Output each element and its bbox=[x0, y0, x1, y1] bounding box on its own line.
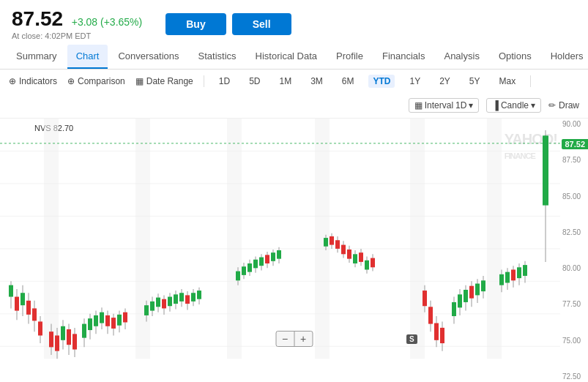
period-2y[interactable]: 2Y bbox=[435, 75, 455, 88]
svg-rect-9 bbox=[227, 119, 242, 359]
toolbar-separator-1 bbox=[204, 75, 204, 87]
svg-rect-49 bbox=[117, 315, 122, 326]
svg-rect-12 bbox=[487, 119, 502, 359]
yaxis-labels: 90.00 87.50 85.00 82.50 80.00 77.50 75.0… bbox=[560, 119, 588, 382]
tab-analysis[interactable]: Analysis bbox=[435, 45, 488, 69]
svg-rect-39 bbox=[88, 318, 92, 330]
zoom-out-button[interactable]: − bbox=[276, 332, 294, 346]
chart-toolbar: ⊕ Indicators ⊕ Comparison ▦ Date Range 1… bbox=[0, 70, 588, 119]
svg-rect-8 bbox=[135, 119, 150, 359]
date-range-button[interactable]: ▦ Date Range bbox=[135, 76, 193, 86]
svg-rect-75 bbox=[242, 266, 246, 275]
indicators-button[interactable]: ⊕ Indicators bbox=[9, 76, 57, 86]
svg-rect-127 bbox=[499, 274, 504, 285]
header: 87.52 +3.08 (+3.65%) At close: 4:02PM ED… bbox=[0, 0, 588, 45]
draw-button[interactable]: ✏ Draw bbox=[548, 100, 579, 111]
svg-rect-137 bbox=[543, 135, 548, 205]
svg-rect-87 bbox=[277, 250, 281, 259]
current-price-badge: 87.52 bbox=[562, 139, 588, 149]
svg-rect-43 bbox=[100, 312, 104, 323]
tab-chart[interactable]: Chart bbox=[67, 45, 108, 69]
zoom-in-button[interactable]: + bbox=[294, 332, 312, 346]
price-block: 87.52 +3.08 (+3.65%) At close: 4:02PM ED… bbox=[12, 7, 142, 40]
svg-rect-93 bbox=[335, 240, 340, 249]
svg-rect-57 bbox=[156, 298, 160, 307]
period-1y[interactable]: 1Y bbox=[405, 75, 425, 88]
zoom-controls: − + bbox=[275, 331, 313, 347]
svg-rect-79 bbox=[253, 260, 258, 269]
period-1m[interactable]: 1M bbox=[275, 75, 296, 88]
toolbar-right: ▦ Interval 1D ▾ ▐ Candle ▾ ✏ Draw bbox=[409, 98, 579, 113]
svg-rect-105 bbox=[371, 258, 375, 268]
svg-rect-89 bbox=[324, 238, 328, 247]
svg-rect-51 bbox=[123, 312, 127, 323]
tab-summary[interactable]: Summary bbox=[7, 45, 66, 69]
draw-icon: ✏ bbox=[548, 100, 556, 111]
close-info: At close: 4:02PM EDT bbox=[12, 31, 142, 40]
svg-rect-63 bbox=[174, 294, 178, 304]
sell-button[interactable]: Sell bbox=[232, 13, 291, 35]
period-6m[interactable]: 6M bbox=[338, 75, 359, 88]
svg-rect-77 bbox=[248, 263, 252, 272]
svg-rect-61 bbox=[168, 297, 172, 307]
tab-profile[interactable]: Profile bbox=[327, 45, 372, 69]
svg-rect-85 bbox=[271, 252, 275, 261]
svg-rect-65 bbox=[179, 293, 184, 302]
event-s-marker[interactable]: S bbox=[406, 334, 417, 344]
indicators-icon: ⊕ bbox=[9, 76, 16, 86]
svg-rect-81 bbox=[259, 258, 264, 266]
svg-rect-37 bbox=[82, 324, 86, 338]
svg-rect-133 bbox=[517, 267, 521, 278]
chevron-down-icon-2: ▾ bbox=[531, 100, 535, 111]
svg-rect-95 bbox=[341, 245, 346, 255]
svg-rect-71 bbox=[197, 291, 201, 299]
svg-rect-91 bbox=[330, 236, 334, 245]
period-5d[interactable]: 5D bbox=[245, 75, 264, 88]
svg-rect-99 bbox=[353, 254, 357, 263]
svg-rect-45 bbox=[105, 315, 110, 326]
svg-rect-97 bbox=[347, 250, 351, 259]
svg-rect-59 bbox=[162, 299, 166, 309]
svg-rect-111 bbox=[434, 323, 439, 340]
svg-rect-33 bbox=[67, 329, 71, 345]
period-1d[interactable]: 1D bbox=[215, 75, 234, 88]
svg-rect-25 bbox=[38, 321, 42, 335]
svg-rect-101 bbox=[359, 252, 363, 262]
period-ytd[interactable]: YTD bbox=[368, 75, 395, 88]
tab-conversations[interactable]: Conversations bbox=[109, 45, 187, 69]
svg-rect-31 bbox=[61, 326, 65, 340]
svg-rect-113 bbox=[440, 328, 444, 343]
tab-financials[interactable]: Financials bbox=[373, 45, 434, 69]
comparison-button[interactable]: ⊕ Comparison bbox=[67, 76, 125, 86]
tab-historical-data[interactable]: Historical Data bbox=[247, 45, 327, 69]
svg-rect-121 bbox=[469, 286, 474, 299]
svg-rect-83 bbox=[265, 255, 269, 263]
current-price: 87.52 bbox=[12, 7, 63, 30]
svg-rect-47 bbox=[111, 318, 116, 329]
svg-rect-21 bbox=[26, 301, 31, 315]
svg-rect-109 bbox=[428, 307, 433, 323]
period-3m[interactable]: 3M bbox=[306, 75, 327, 88]
candle-button[interactable]: ▐ Candle ▾ bbox=[486, 98, 541, 113]
svg-rect-125 bbox=[481, 280, 485, 291]
svg-rect-11 bbox=[410, 119, 425, 359]
nav-tabs: Summary Chart Conversations Statistics H… bbox=[0, 45, 588, 70]
chevron-down-icon: ▾ bbox=[469, 100, 473, 111]
price-change: +3.08 (+3.65%) bbox=[72, 16, 143, 28]
svg-rect-123 bbox=[475, 284, 480, 296]
svg-rect-67 bbox=[185, 295, 190, 304]
period-5y[interactable]: 5Y bbox=[465, 75, 485, 88]
toolbar-separator-2 bbox=[530, 75, 531, 87]
interval-button[interactable]: ▦ Interval 1D ▾ bbox=[409, 98, 480, 113]
tab-holders[interactable]: Holders bbox=[542, 45, 588, 69]
svg-rect-23 bbox=[32, 308, 37, 321]
svg-rect-55 bbox=[150, 302, 155, 311]
svg-rect-73 bbox=[236, 271, 240, 281]
svg-rect-131 bbox=[511, 269, 516, 280]
svg-rect-119 bbox=[464, 290, 468, 302]
svg-rect-129 bbox=[505, 272, 510, 283]
tab-options[interactable]: Options bbox=[490, 45, 540, 69]
tab-statistics[interactable]: Statistics bbox=[190, 45, 245, 69]
period-max[interactable]: Max bbox=[495, 75, 521, 88]
buy-button[interactable]: Buy bbox=[165, 13, 226, 35]
